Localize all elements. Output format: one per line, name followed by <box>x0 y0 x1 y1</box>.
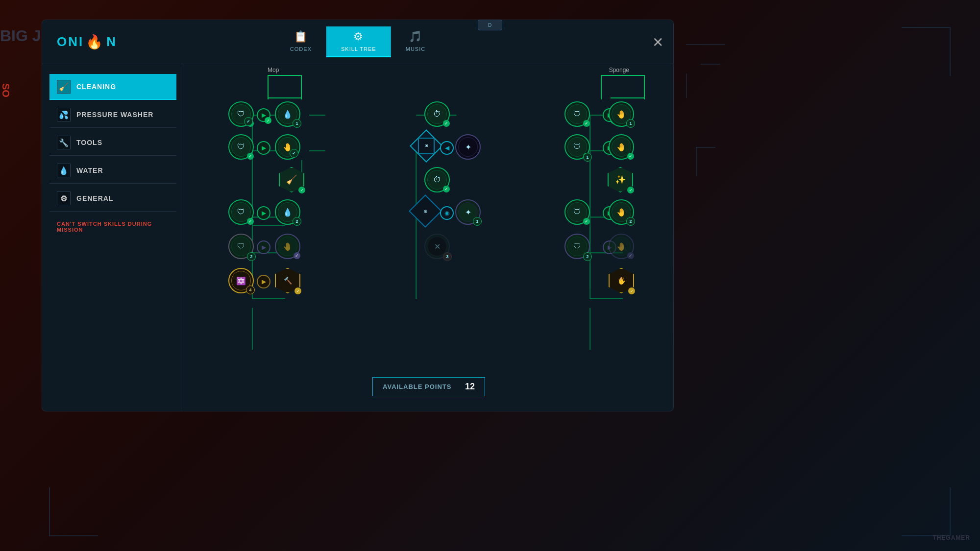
corner-decoration-bl <box>49 487 98 536</box>
pressure-washer-label: PRESSURE WASHER <box>76 111 153 119</box>
available-points-value: 12 <box>465 382 475 392</box>
node-diamond-r4l[interactable]: ⊕ <box>414 199 437 223</box>
sidebar-item-tools[interactable]: 🔧 TOOLS <box>49 130 176 156</box>
tab-music-label: MUSIC <box>406 46 425 52</box>
top-center-button[interactable]: D <box>478 20 502 30</box>
cleaning-icon: 🧹 <box>57 80 71 94</box>
node-diamond-r2[interactable]: ✦ <box>415 134 438 158</box>
node-connector-r6[interactable]: ▶ <box>257 275 270 288</box>
node-gold-r6l[interactable]: 🔯 4 <box>228 268 254 293</box>
circuit-line <box>696 147 697 176</box>
tools-label: TOOLS <box>76 139 102 146</box>
skill-tree-icon: ⚙ <box>353 30 364 43</box>
available-points-bar: AVAILABLE POINTS 12 <box>372 377 485 396</box>
node-spray-r2[interactable]: 🤚 ✓ <box>275 134 300 160</box>
corner-decoration-tr <box>902 27 951 76</box>
circuit-line <box>701 64 720 65</box>
main-panel: ONI 🔥 N 📋 CODEX ⚙ SKILL TREE 🎵 MUSIC ✕ <box>42 20 674 411</box>
node-timer-top[interactable]: ⏱ ✓ <box>424 101 450 127</box>
sponge-bracket-bottom <box>611 97 645 98</box>
node-connector-r2[interactable]: ▶ <box>257 141 270 155</box>
big-j-label: BIG J <box>0 27 41 45</box>
sidebar-item-water[interactable]: 💧 WATER <box>49 158 176 184</box>
node-star-mid-r2[interactable]: ✦ <box>455 134 481 160</box>
water-icon: 💧 <box>57 164 71 177</box>
codex-icon: 📋 <box>294 30 308 43</box>
general-icon: ⚙ <box>57 192 71 205</box>
tab-music[interactable]: 🎵 MUSIC <box>391 26 440 57</box>
node-shield-r4-right[interactable]: 🛡 ✓ <box>564 199 590 225</box>
tab-codex[interactable]: 📋 CODEX <box>275 26 326 57</box>
mop-bracket-tr <box>287 75 302 99</box>
corner-decoration-br <box>902 487 951 536</box>
node-connector-r1[interactable]: ▶ ✓ <box>257 108 270 122</box>
mop-label: Mop <box>268 67 279 73</box>
close-button[interactable]: ✕ <box>652 34 663 50</box>
node-spray-r5-right[interactable]: 🤚 ✓ <box>609 234 634 259</box>
brand-name-suffix: N <box>106 34 117 49</box>
warning-text: CAN'T SWITCH SKILLS DURING MISSION <box>49 214 176 233</box>
nav-tabs: 📋 CODEX ⚙ SKILL TREE 🎵 MUSIC <box>275 26 440 57</box>
node-spray-r5[interactable]: 🤚 ✓ <box>275 234 300 259</box>
circuit-line <box>686 73 687 98</box>
brand-name: ONI <box>57 34 84 49</box>
brand-flame-icon: 🔥 <box>86 34 104 50</box>
node-shield-r1-right[interactable]: 🛡 ✓ <box>564 101 590 127</box>
tab-codex-label: CODEX <box>290 46 312 52</box>
node-connector-r4[interactable]: ▶ <box>257 206 270 220</box>
sidebar-item-cleaning[interactable]: 🧹 CLEANING <box>49 74 176 100</box>
node-hex-sponge[interactable]: ✨ ✓ <box>608 167 633 192</box>
content-area: 🧹 CLEANING 💦 PRESSURE WASHER 🔧 TOOLS 💧 W… <box>42 64 673 411</box>
node-shield-r2-right[interactable]: 🛡 ✓ 1 <box>564 134 590 160</box>
water-label: WATER <box>76 167 103 174</box>
circuit-line <box>696 147 715 148</box>
sidebar-item-general[interactable]: ⚙ GENERAL <box>49 186 176 212</box>
top-nav: ONI 🔥 N 📋 CODEX ⚙ SKILL TREE 🎵 MUSIC ✕ <box>42 20 673 64</box>
sponge-bracket-tr <box>630 75 645 99</box>
node-spray-r1[interactable]: 💧 1 <box>275 101 300 127</box>
tools-icon: 🔧 <box>57 136 71 149</box>
node-shield-r4[interactable]: 🛡 ✓ <box>228 199 254 225</box>
node-spray-r4-right[interactable]: 🤚 2 <box>609 199 634 225</box>
node-shield-r2[interactable]: 🛡 ✓ <box>228 134 254 160</box>
tab-skill-tree[interactable]: ⚙ SKILL TREE <box>326 26 391 57</box>
sponge-label: Sponge <box>609 67 629 73</box>
node-shield-r5[interactable]: 🛡 2 <box>228 234 254 259</box>
available-points-label: AVAILABLE POINTS <box>383 383 451 390</box>
node-shield-r5-right[interactable]: 🛡 2 <box>564 234 590 259</box>
node-locked-mid[interactable]: ✕ 3 <box>424 234 450 259</box>
node-connector-mid-r2[interactable]: ◀ <box>440 141 454 155</box>
mop-bracket-bottom <box>268 97 302 98</box>
node-shield-r1[interactable]: 🛡 ✓ ✓ <box>228 101 254 127</box>
node-gold-r6r[interactable]: 🔨 ✓ <box>275 268 300 293</box>
node-star-mid-r4[interactable]: ✦ 1 <box>455 199 481 225</box>
tab-skill-tree-label: SKILL TREE <box>341 46 376 52</box>
sponge-bracket-tl <box>601 75 630 99</box>
sidebar: 🧹 CLEANING 💦 PRESSURE WASHER 🔧 TOOLS 💧 W… <box>42 64 184 411</box>
sidebar-item-pressure-washer[interactable]: 💦 PRESSURE WASHER <box>49 102 176 128</box>
node-connector-mid-r4[interactable]: ◉ <box>440 206 454 220</box>
so-label: SO <box>0 83 11 97</box>
node-gold-sponge[interactable]: 🖐 ✓ <box>609 268 634 293</box>
node-hex-mop[interactable]: 🧹 ✓ <box>279 167 304 192</box>
cleaning-label: CLEANING <box>76 83 116 91</box>
pressure-washer-icon: 💦 <box>57 108 71 121</box>
node-spray-r1-right[interactable]: 🤚 1 <box>609 101 634 127</box>
node-timer-mid[interactable]: ⏱ ✓ <box>424 167 450 192</box>
node-spray-r2-right[interactable]: 🤚 ✓ <box>609 134 634 160</box>
node-spray-r4[interactable]: 💧 2 <box>275 199 300 225</box>
node-connector-r5[interactable]: ▶ <box>257 240 270 254</box>
general-label: GENERAL <box>76 194 113 202</box>
music-icon: 🎵 <box>409 30 422 43</box>
circuit-line <box>686 44 725 45</box>
watermark: THEGAMER <box>932 534 970 541</box>
skill-tree-area: Mop Sponge 🛡 ✓ ✓ ▶ <box>184 64 673 411</box>
brand-logo: ONI 🔥 N <box>57 34 117 50</box>
